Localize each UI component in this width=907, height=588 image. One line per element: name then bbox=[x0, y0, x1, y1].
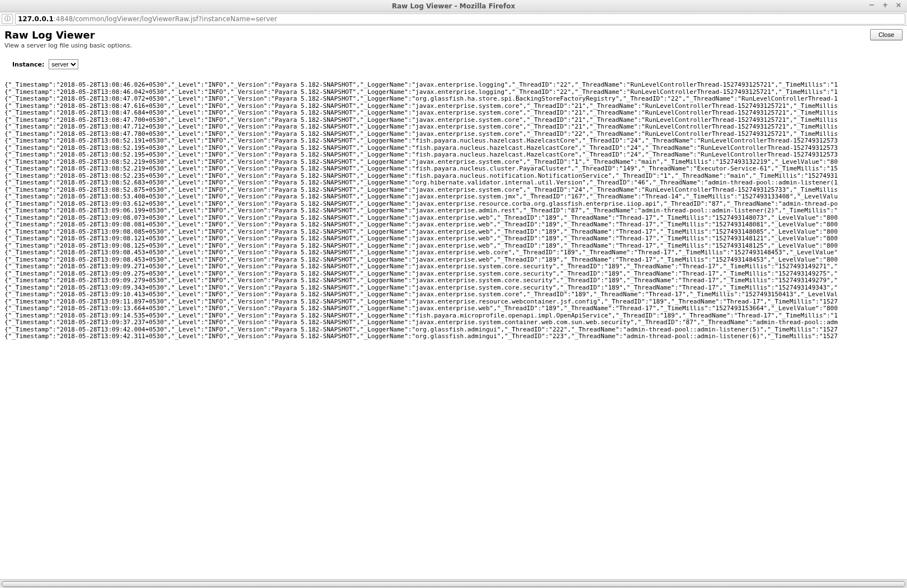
window-minimize-icon[interactable]: − bbox=[867, 0, 877, 10]
instance-row: Instance: server bbox=[4, 59, 903, 69]
page-content: Raw Log Viewer View a server log file us… bbox=[0, 26, 907, 579]
window-titlebar: Raw Log Viewer - Mozilla Firefox − + × bbox=[0, 0, 907, 12]
instance-label: Instance: bbox=[12, 61, 44, 68]
url-path: :4848/common/logViewer/logViewerRaw.jsf?… bbox=[54, 15, 277, 23]
close-button[interactable]: Close bbox=[870, 29, 903, 40]
site-info-icon[interactable]: ⓘ bbox=[2, 14, 13, 24]
url-bar[interactable]: 127.0.0.1:4848/common/logViewer/logViewe… bbox=[15, 13, 905, 25]
url-host: 127.0.0.1 bbox=[18, 15, 54, 23]
window-maximize-icon[interactable]: + bbox=[880, 0, 890, 10]
page-help-text: View a server log file using basic optio… bbox=[4, 42, 870, 49]
instance-select[interactable]: server bbox=[49, 59, 78, 69]
horizontal-scrollbar-thumb[interactable] bbox=[2, 581, 905, 587]
horizontal-scrollbar-track[interactable] bbox=[0, 579, 907, 588]
log-output: {"_Timestamp":"2018-05-28T13:08:46.026+0… bbox=[4, 82, 903, 579]
browser-toolbar: ⓘ 127.0.0.1:4848/common/logViewer/logVie… bbox=[0, 12, 907, 26]
page-title: Raw Log Viewer bbox=[4, 29, 870, 41]
window-title: Raw Log Viewer - Mozilla Firefox bbox=[392, 2, 515, 10]
window-close-icon[interactable]: × bbox=[894, 0, 904, 10]
